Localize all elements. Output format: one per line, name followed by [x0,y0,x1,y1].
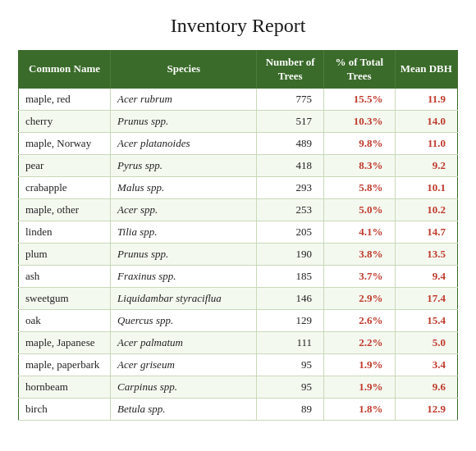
table-row: sweetgumLiquidambar styraciflua1462.9%17… [19,287,458,309]
cell-common-name: birch [19,398,111,420]
cell-common-name: cherry [19,110,111,132]
cell-number: 89 [257,398,324,420]
inventory-table: Common Name Species Number of Trees % of… [18,50,458,421]
cell-pct: 1.9% [323,353,395,376]
cell-number: 146 [257,287,324,309]
cell-number: 517 [257,110,324,132]
cell-common-name: maple, Japanese [19,331,111,353]
cell-number: 293 [257,176,324,198]
cell-pct: 5.8% [323,176,395,198]
cell-number: 111 [257,331,324,353]
cell-pct: 9.8% [323,132,395,154]
table-row: cherryPrunus spp.51710.3%14.0 [19,110,458,132]
cell-pct: 3.8% [323,243,395,265]
header-species: Species [111,51,257,89]
cell-dbh: 17.4 [395,287,457,309]
cell-common-name: maple, other [19,198,111,221]
cell-species: Acer palmatum [111,331,257,353]
cell-number: 190 [257,243,324,265]
cell-species: Quercus spp. [111,309,257,331]
cell-dbh: 11.0 [395,132,457,154]
cell-common-name: ash [19,265,111,287]
cell-dbh: 15.4 [395,309,457,331]
cell-species: Liquidambar styraciflua [111,287,257,309]
cell-dbh: 11.9 [395,89,457,111]
cell-number: 418 [257,154,324,176]
table-row: pearPyrus spp.4188.3%9.2 [19,154,458,176]
cell-pct: 8.3% [323,154,395,176]
cell-species: Acer griseum [111,353,257,376]
cell-dbh: 10.2 [395,198,457,221]
table-row: ashFraxinus spp.1853.7%9.4 [19,265,458,287]
cell-number: 129 [257,309,324,331]
table-row: plumPrunus spp.1903.8%13.5 [19,243,458,265]
cell-pct: 1.9% [323,376,395,398]
cell-dbh: 9.6 [395,376,457,398]
cell-common-name: crabapple [19,176,111,198]
table-row: hornbeamCarpinus spp.951.9%9.6 [19,376,458,398]
table-row: lindenTilia spp.2054.1%14.7 [19,221,458,243]
page-container: Inventory Report Common Name Species Num… [0,0,476,429]
cell-species: Prunus spp. [111,110,257,132]
cell-pct: 10.3% [323,110,395,132]
table-header-row: Common Name Species Number of Trees % of… [19,51,458,89]
cell-pct: 15.5% [323,89,395,111]
report-title: Inventory Report [18,15,458,37]
cell-species: Carpinus spp. [111,376,257,398]
cell-common-name: oak [19,309,111,331]
cell-species: Acer platanoides [111,132,257,154]
cell-species: Betula spp. [111,398,257,420]
cell-dbh: 14.7 [395,221,457,243]
cell-number: 775 [257,89,324,111]
cell-species: Malus spp. [111,176,257,198]
table-row: maple, paperbarkAcer griseum951.9%3.4 [19,353,458,376]
table-row: maple, redAcer rubrum77515.5%11.9 [19,89,458,111]
cell-common-name: linden [19,221,111,243]
header-dbh: Mean DBH [395,51,457,89]
cell-dbh: 3.4 [395,353,457,376]
header-pct: % of Total Trees [323,51,395,89]
cell-dbh: 13.5 [395,243,457,265]
cell-dbh: 14.0 [395,110,457,132]
table-row: maple, JapaneseAcer palmatum1112.2%5.0 [19,331,458,353]
table-row: birchBetula spp.891.8%12.9 [19,398,458,420]
header-number: Number of Trees [257,51,324,89]
cell-pct: 3.7% [323,265,395,287]
cell-number: 95 [257,376,324,398]
cell-species: Acer rubrum [111,89,257,111]
cell-species: Fraxinus spp. [111,265,257,287]
cell-common-name: maple, Norway [19,132,111,154]
cell-number: 489 [257,132,324,154]
cell-pct: 2.6% [323,309,395,331]
cell-common-name: hornbeam [19,376,111,398]
cell-dbh: 9.2 [395,154,457,176]
cell-number: 95 [257,353,324,376]
cell-pct: 5.0% [323,198,395,221]
cell-species: Acer spp. [111,198,257,221]
cell-number: 253 [257,198,324,221]
table-row: maple, NorwayAcer platanoides4899.8%11.0 [19,132,458,154]
cell-number: 205 [257,221,324,243]
cell-common-name: maple, paperbark [19,353,111,376]
cell-dbh: 5.0 [395,331,457,353]
table-row: crabappleMalus spp.2935.8%10.1 [19,176,458,198]
cell-dbh: 12.9 [395,398,457,420]
table-body: maple, redAcer rubrum77515.5%11.9cherryP… [19,89,458,421]
cell-pct: 2.2% [323,331,395,353]
cell-common-name: sweetgum [19,287,111,309]
cell-pct: 2.9% [323,287,395,309]
table-row: oakQuercus spp.1292.6%15.4 [19,309,458,331]
cell-pct: 1.8% [323,398,395,420]
cell-common-name: plum [19,243,111,265]
cell-dbh: 10.1 [395,176,457,198]
cell-common-name: pear [19,154,111,176]
cell-species: Tilia spp. [111,221,257,243]
cell-dbh: 9.4 [395,265,457,287]
cell-common-name: maple, red [19,89,111,111]
table-row: maple, otherAcer spp.2535.0%10.2 [19,198,458,221]
header-common-name: Common Name [19,51,111,89]
cell-species: Pyrus spp. [111,154,257,176]
cell-pct: 4.1% [323,221,395,243]
cell-number: 185 [257,265,324,287]
cell-species: Prunus spp. [111,243,257,265]
